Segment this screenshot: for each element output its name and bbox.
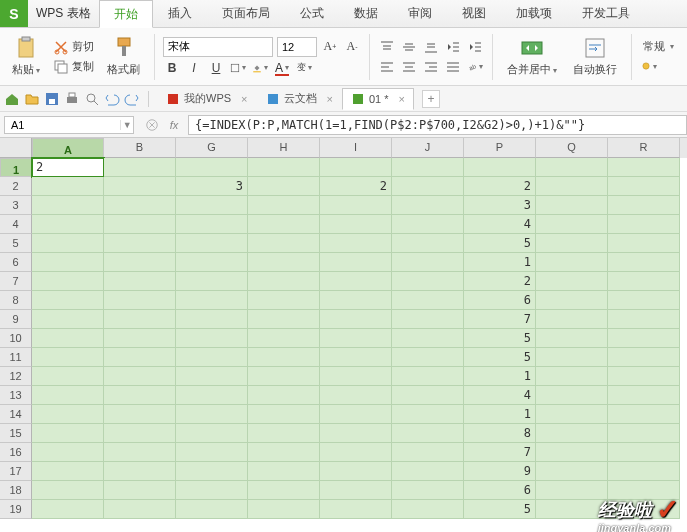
- cell-I16[interactable]: [320, 443, 392, 462]
- menu-tab-3[interactable]: 公式: [285, 0, 339, 27]
- cell-I18[interactable]: [320, 481, 392, 500]
- cell-G5[interactable]: [176, 234, 248, 253]
- cell-Q9[interactable]: [536, 310, 608, 329]
- cell-P1[interactable]: [464, 158, 536, 177]
- cell-G1[interactable]: [176, 158, 248, 177]
- cell-G18[interactable]: [176, 481, 248, 500]
- cell-J14[interactable]: [392, 405, 464, 424]
- cell-B4[interactable]: [104, 215, 176, 234]
- cell-J17[interactable]: [392, 462, 464, 481]
- cell-H4[interactable]: [248, 215, 320, 234]
- cell-B10[interactable]: [104, 329, 176, 348]
- align-bottom-button[interactable]: [422, 38, 440, 56]
- cell-B16[interactable]: [104, 443, 176, 462]
- select-all-corner[interactable]: [0, 138, 32, 158]
- cell-G6[interactable]: [176, 253, 248, 272]
- cell-A12[interactable]: [32, 367, 104, 386]
- name-box[interactable]: ▼: [4, 116, 134, 134]
- fill-color-button[interactable]: [251, 59, 269, 77]
- cell-P2[interactable]: 2: [464, 177, 536, 196]
- cell-R17[interactable]: [608, 462, 680, 481]
- italic-button[interactable]: I: [185, 59, 203, 77]
- print-icon[interactable]: [64, 91, 80, 107]
- cell-A14[interactable]: [32, 405, 104, 424]
- row-header-8[interactable]: 8: [0, 291, 32, 310]
- cell-G3[interactable]: [176, 196, 248, 215]
- cell-R12[interactable]: [608, 367, 680, 386]
- cell-A11[interactable]: [32, 348, 104, 367]
- cell-J18[interactable]: [392, 481, 464, 500]
- cell-P12[interactable]: 1: [464, 367, 536, 386]
- close-tab-icon[interactable]: ×: [241, 93, 247, 105]
- cell-J9[interactable]: [392, 310, 464, 329]
- doc-tab-2[interactable]: 01 *×: [342, 88, 414, 110]
- row-header-18[interactable]: 18: [0, 481, 32, 500]
- row-header-6[interactable]: 6: [0, 253, 32, 272]
- cell-I19[interactable]: [320, 500, 392, 519]
- cell-G4[interactable]: [176, 215, 248, 234]
- cell-P18[interactable]: 6: [464, 481, 536, 500]
- formula-input[interactable]: {=INDEX(P:P,MATCH(1=1,FIND(P$2:P$700,I2&…: [188, 115, 687, 135]
- cell-P8[interactable]: 6: [464, 291, 536, 310]
- cell-A6[interactable]: [32, 253, 104, 272]
- cell-Q12[interactable]: [536, 367, 608, 386]
- doc-tab-0[interactable]: 我的WPS×: [157, 87, 257, 110]
- cell-P6[interactable]: 1: [464, 253, 536, 272]
- cell-A4[interactable]: [32, 215, 104, 234]
- menu-tab-8[interactable]: 开发工具: [567, 0, 645, 27]
- fx-icon[interactable]: fx: [166, 117, 182, 133]
- row-header-2[interactable]: 2: [0, 177, 32, 196]
- phonetic-button[interactable]: 变: [295, 59, 313, 77]
- cell-I12[interactable]: [320, 367, 392, 386]
- cell-Q16[interactable]: [536, 443, 608, 462]
- row-header-19[interactable]: 19: [0, 500, 32, 519]
- cell-Q13[interactable]: [536, 386, 608, 405]
- cell-H10[interactable]: [248, 329, 320, 348]
- cell-Q2[interactable]: [536, 177, 608, 196]
- row-header-1[interactable]: 1: [0, 158, 32, 177]
- cell-R5[interactable]: [608, 234, 680, 253]
- cell-A8[interactable]: [32, 291, 104, 310]
- cell-I8[interactable]: [320, 291, 392, 310]
- menu-tab-7[interactable]: 加载项: [501, 0, 567, 27]
- cell-J1[interactable]: [392, 158, 464, 177]
- cell-A9[interactable]: [32, 310, 104, 329]
- cell-B3[interactable]: [104, 196, 176, 215]
- cell-J5[interactable]: [392, 234, 464, 253]
- col-header-B[interactable]: B: [104, 138, 176, 158]
- cell-I1[interactable]: [320, 158, 392, 177]
- cell-G11[interactable]: [176, 348, 248, 367]
- cell-Q15[interactable]: [536, 424, 608, 443]
- row-header-17[interactable]: 17: [0, 462, 32, 481]
- decrease-font-button[interactable]: A-: [343, 38, 361, 56]
- cell-J15[interactable]: [392, 424, 464, 443]
- cell-J12[interactable]: [392, 367, 464, 386]
- cell-G19[interactable]: [176, 500, 248, 519]
- cell-P14[interactable]: 1: [464, 405, 536, 424]
- align-right-button[interactable]: [422, 58, 440, 76]
- cell-A15[interactable]: [32, 424, 104, 443]
- cell-I5[interactable]: [320, 234, 392, 253]
- justify-button[interactable]: [444, 58, 462, 76]
- cell-Q5[interactable]: [536, 234, 608, 253]
- cell-P17[interactable]: 9: [464, 462, 536, 481]
- cell-R13[interactable]: [608, 386, 680, 405]
- cell-I7[interactable]: [320, 272, 392, 291]
- align-left-button[interactable]: [378, 58, 396, 76]
- col-header-H[interactable]: H: [248, 138, 320, 158]
- underline-button[interactable]: U: [207, 59, 225, 77]
- cell-P7[interactable]: 2: [464, 272, 536, 291]
- cell-H2[interactable]: [248, 177, 320, 196]
- cell-B12[interactable]: [104, 367, 176, 386]
- cell-B17[interactable]: [104, 462, 176, 481]
- menu-tab-6[interactable]: 视图: [447, 0, 501, 27]
- cell-I6[interactable]: [320, 253, 392, 272]
- row-header-9[interactable]: 9: [0, 310, 32, 329]
- preview-icon[interactable]: [84, 91, 100, 107]
- cell-I17[interactable]: [320, 462, 392, 481]
- cell-R2[interactable]: [608, 177, 680, 196]
- doc-tab-1[interactable]: 云文档×: [257, 87, 342, 110]
- cell-P4[interactable]: 4: [464, 215, 536, 234]
- cell-J11[interactable]: [392, 348, 464, 367]
- new-tab-button[interactable]: +: [422, 90, 440, 108]
